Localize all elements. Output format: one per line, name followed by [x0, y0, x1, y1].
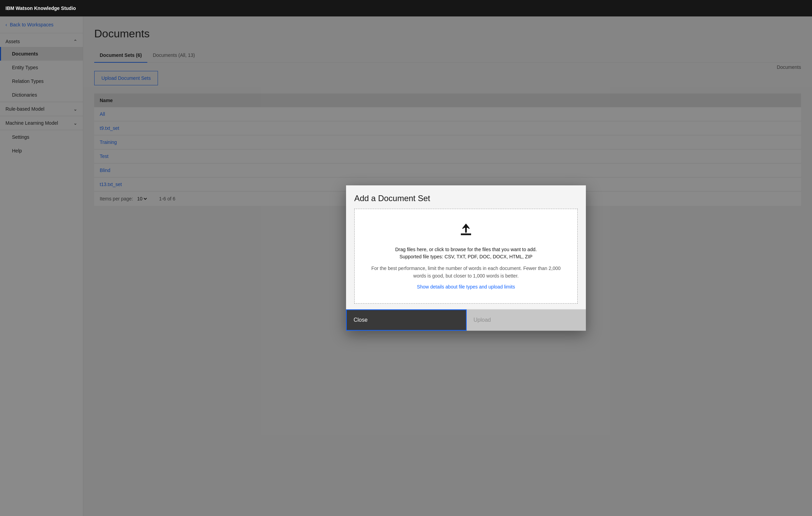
close-button[interactable]: Close: [346, 309, 467, 331]
drop-secondary-text: For the best performance, limit the numb…: [370, 265, 562, 280]
show-details-link[interactable]: Show details about file types and upload…: [417, 284, 515, 290]
modal-header: Add a Document Set: [346, 185, 586, 209]
upload-icon: [459, 223, 473, 238]
modal-footer: Close Upload: [346, 309, 586, 331]
topbar: IBM Watson Knowledge Studio: [0, 0, 812, 16]
add-document-set-modal: Add a Document Set Drag files here, or c…: [346, 185, 586, 331]
file-drop-zone[interactable]: Drag files here, or click to browse for …: [354, 209, 578, 304]
upload-button: Upload: [467, 309, 586, 331]
drop-primary-text: Drag files here, or click to browse for …: [395, 246, 537, 260]
modal-title: Add a Document Set: [354, 194, 578, 203]
topbar-title: IBM Watson Knowledge Studio: [5, 5, 76, 11]
modal-body: Drag files here, or click to browse for …: [346, 209, 586, 309]
